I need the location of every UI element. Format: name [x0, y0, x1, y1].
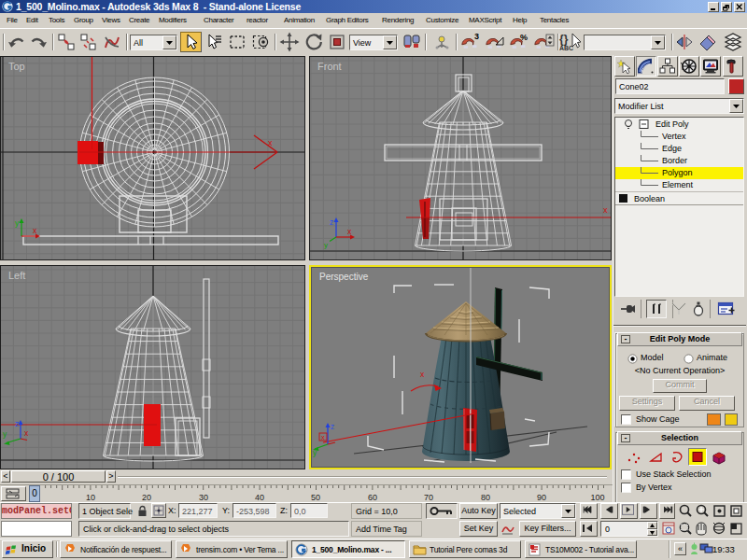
svg-text:60: 60	[368, 493, 377, 502]
svg-text:90: 90	[537, 493, 546, 502]
svg-text:Top: Top	[8, 61, 25, 72]
svg-text:20: 20	[142, 493, 151, 502]
svg-text:{}: {}	[559, 33, 569, 46]
svg-text:30: 30	[199, 493, 208, 502]
svg-text:x: x	[321, 433, 325, 441]
svg-text:z: z	[330, 217, 333, 227]
svg-text:%: %	[520, 33, 528, 42]
svg-text:z: z	[15, 419, 19, 428]
svg-text:z: z	[331, 422, 334, 431]
svg-text:100: 100	[590, 493, 604, 502]
svg-text:Front: Front	[317, 61, 342, 72]
svg-text:3: 3	[474, 32, 479, 41]
svg-text:ABC: ABC	[559, 45, 573, 51]
svg-text:x: x	[603, 205, 608, 215]
svg-text:40: 40	[255, 493, 264, 502]
svg-text:50: 50	[311, 493, 320, 502]
svg-text:Perspective: Perspective	[319, 272, 369, 282]
svg-text:10: 10	[86, 493, 95, 502]
svg-text:Left: Left	[8, 270, 25, 281]
svg-text:70: 70	[424, 493, 433, 502]
svg-text:x: x	[268, 138, 273, 147]
svg-text:80: 80	[481, 493, 490, 502]
svg-text:y: y	[324, 241, 328, 249]
